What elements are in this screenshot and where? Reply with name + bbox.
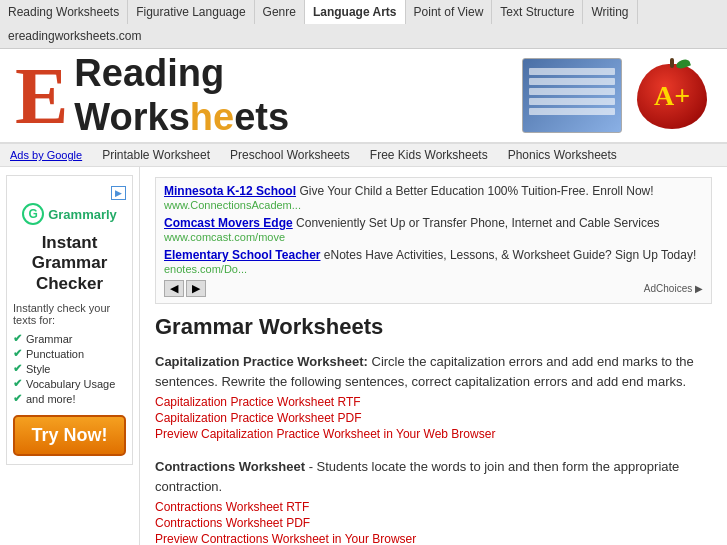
ad-prev-button[interactable]: ◀ bbox=[164, 280, 184, 297]
checkmark-icon-4: ✔ bbox=[13, 377, 22, 390]
ad-link-title-2[interactable]: Comcast Movers Edge bbox=[164, 216, 293, 230]
main-layout: ▶ G Grammarly Instant Grammar Checker In… bbox=[0, 167, 727, 545]
section-2-title-desc: Contractions Worksheet - Students locate… bbox=[155, 457, 712, 496]
ad-link-3: Elementary School Teacher eNotes Have Ac… bbox=[164, 248, 703, 276]
ad-link-1: Minnesota K-12 School Give Your Child a … bbox=[164, 184, 703, 212]
ad-link-title-1[interactable]: Minnesota K-12 School bbox=[164, 184, 296, 198]
logo-worksheets: Worksheets bbox=[74, 96, 289, 140]
section-contractions: Contractions Worksheet - Students locate… bbox=[155, 457, 712, 545]
ad-link-2: Comcast Movers Edge Conveniently Set Up … bbox=[164, 216, 703, 244]
ad-nav-row: ◀ ▶ AdChoices ▶ bbox=[164, 280, 703, 297]
nav-text-structure[interactable]: Text Structure bbox=[492, 0, 583, 24]
logo-reading: Reading bbox=[74, 52, 289, 96]
nav-point-of-view[interactable]: Point of View bbox=[406, 0, 493, 24]
check-item-punctuation: ✔ Punctuation bbox=[13, 347, 126, 360]
check-items: ✔ Grammar ✔ Punctuation ✔ Style ✔ Vocabu… bbox=[13, 332, 126, 405]
checkmark-icon-1: ✔ bbox=[13, 332, 22, 345]
ad-indicator-icon: ▶ bbox=[111, 186, 126, 200]
contr-pdf-link[interactable]: Contractions Worksheet PDF bbox=[155, 516, 712, 530]
check-item-style: ✔ Style bbox=[13, 362, 126, 375]
sidebar-headline: Instant Grammar Checker bbox=[13, 233, 126, 294]
nav-genre[interactable]: Genre bbox=[255, 0, 305, 24]
ad-link-url-1: www.ConnectionsAcadem... bbox=[164, 199, 301, 211]
adbar-link-3[interactable]: Free Kids Worksheets bbox=[370, 148, 488, 162]
grammarly-logo: G Grammarly bbox=[13, 203, 126, 225]
ad-link-desc-1: Give Your Child a Better Education 100% … bbox=[299, 184, 653, 198]
ad-next-button[interactable]: ▶ bbox=[186, 280, 206, 297]
check-item-more: ✔ and more! bbox=[13, 392, 126, 405]
logo-area: E Reading Worksheets bbox=[15, 52, 289, 139]
check-item-grammar: ✔ Grammar bbox=[13, 332, 126, 345]
content-area: Minnesota K-12 School Give Your Child a … bbox=[140, 167, 727, 545]
nav-website[interactable]: ereadingworksheets.com bbox=[0, 24, 149, 48]
ads-by-google-label: Ads by Google bbox=[10, 149, 82, 161]
contr-preview-link[interactable]: Preview Contractions Worksheet in Your B… bbox=[155, 532, 712, 545]
ad-choices-label: AdChoices ▶ bbox=[644, 283, 703, 294]
ad-nav-arrows: ◀ ▶ bbox=[164, 280, 206, 297]
nav-writing[interactable]: Writing bbox=[583, 0, 637, 24]
logo-e: E bbox=[15, 56, 68, 136]
content-title: Grammar Worksheets bbox=[155, 314, 712, 340]
section-2-title: Contractions Worksheet bbox=[155, 459, 305, 474]
nav-language-arts[interactable]: Language Arts bbox=[305, 0, 406, 24]
adbar-link-4[interactable]: Phonics Worksheets bbox=[508, 148, 617, 162]
header-banner: E Reading Worksheets A+ bbox=[0, 49, 727, 144]
sidebar-ad: ▶ G Grammarly Instant Grammar Checker In… bbox=[6, 175, 133, 465]
nav-reading-worksheets[interactable]: Reading Worksheets bbox=[0, 0, 128, 24]
apple-badge: A+ bbox=[632, 56, 712, 136]
cap-rtf-link[interactable]: Capitalization Practice Worksheet RTF bbox=[155, 395, 712, 409]
adbar-link-1[interactable]: Printable Worksheet bbox=[102, 148, 210, 162]
checkmark-icon-2: ✔ bbox=[13, 347, 22, 360]
adbar-link-2[interactable]: Preschool Worksheets bbox=[230, 148, 350, 162]
ad-link-url-3: enotes.com/Do... bbox=[164, 263, 247, 275]
top-nav: Reading Worksheets Figurative Language G… bbox=[0, 0, 727, 49]
sidebar-sub-label: Instantly check your texts for: bbox=[13, 302, 126, 326]
cap-pdf-link[interactable]: Capitalization Practice Worksheet PDF bbox=[155, 411, 712, 425]
try-now-button[interactable]: Try Now! bbox=[13, 415, 126, 456]
ad-link-desc-3: eNotes Have Activities, Lessons, & Works… bbox=[324, 248, 696, 262]
section-1-title: Capitalization Practice Worksheet: bbox=[155, 354, 368, 369]
ad-bar: Ads by Google Printable Worksheet Presch… bbox=[0, 144, 727, 167]
grade-badge: A+ bbox=[654, 80, 690, 112]
checkmark-icon-3: ✔ bbox=[13, 362, 22, 375]
section-capitalization: Capitalization Practice Worksheet: Circl… bbox=[155, 352, 712, 441]
nav-figurative-language[interactable]: Figurative Language bbox=[128, 0, 254, 24]
sidebar: ▶ G Grammarly Instant Grammar Checker In… bbox=[0, 167, 140, 545]
contr-rtf-link[interactable]: Contractions Worksheet RTF bbox=[155, 500, 712, 514]
grammarly-label: Grammarly bbox=[48, 207, 117, 222]
check-item-vocab: ✔ Vocabulary Usage bbox=[13, 377, 126, 390]
ad-link-desc-2: Conveniently Set Up or Transfer Phone, I… bbox=[296, 216, 660, 230]
ad-link-title-3[interactable]: Elementary School Teacher bbox=[164, 248, 321, 262]
ad-links-box: Minnesota K-12 School Give Your Child a … bbox=[155, 177, 712, 304]
cap-preview-link[interactable]: Preview Capitalization Practice Workshee… bbox=[155, 427, 712, 441]
ad-link-url-2: www.comcast.com/move bbox=[164, 231, 285, 243]
notebook-decoration bbox=[522, 58, 622, 133]
header-right: A+ bbox=[522, 56, 712, 136]
section-1-title-desc: Capitalization Practice Worksheet: Circl… bbox=[155, 352, 712, 391]
logo-text: Reading Worksheets bbox=[74, 52, 289, 139]
checkmark-icon-5: ✔ bbox=[13, 392, 22, 405]
